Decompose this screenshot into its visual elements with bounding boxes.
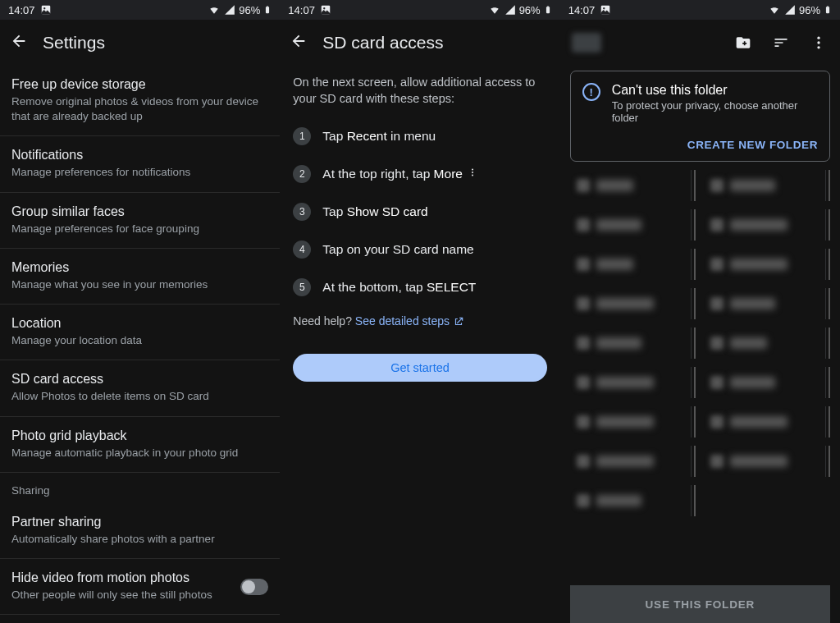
settings-item[interactable]: Group similar faces Manage preferences f…	[0, 193, 280, 249]
status-time: 14:07	[288, 4, 315, 16]
status-time: 14:07	[8, 4, 35, 16]
create-folder-button[interactable]: CREATE NEW FOLDER	[582, 139, 818, 151]
folder-item-blurred[interactable]	[570, 249, 692, 280]
item-title: SD card access	[11, 372, 268, 387]
battery-pct: 96%	[239, 4, 260, 16]
battery-icon	[824, 3, 832, 16]
settings-toggle-item[interactable]: Hide video from motion photos Other peop…	[0, 559, 280, 615]
item-title: Partner sharing	[11, 515, 268, 529]
settings-item[interactable]: Partner sharing Automatically share phot…	[0, 503, 280, 559]
folder-item-blurred[interactable]	[704, 170, 826, 201]
battery-icon	[263, 3, 272, 16]
file-picker-screen: 14:07 96% ! Can't use this folder To pro…	[560, 0, 840, 623]
settings-screen: 14:07 96% Settings Free up device storag…	[0, 0, 280, 623]
photo-icon	[600, 4, 611, 16]
settings-item[interactable]: Skipped suggestions	[0, 615, 280, 623]
folder-item-blurred[interactable]	[570, 328, 692, 359]
folder-item-blurred[interactable]	[704, 328, 826, 359]
svg-rect-2	[266, 7, 269, 13]
folder-item-blurred[interactable]	[570, 288, 692, 319]
folder-item-blurred[interactable]	[704, 288, 826, 319]
sort-icon[interactable]	[766, 28, 796, 57]
folder-item-blurred[interactable]	[704, 367, 826, 398]
card-title: Can't use this folder	[612, 83, 818, 98]
svg-point-1	[43, 7, 45, 9]
step-item: 3 Tap Show SD card	[293, 193, 546, 231]
svg-rect-13	[826, 7, 829, 13]
item-title: Free up device storage	[11, 77, 268, 92]
back-icon[interactable]	[10, 32, 28, 53]
item-title: Hide video from motion photos	[11, 570, 212, 585]
step-item: 5 At the bottom, tap SELECT	[293, 268, 546, 306]
item-sub: Manage automatic playback in your photo …	[11, 446, 268, 460]
signal-icon	[504, 4, 516, 16]
item-sub: Manage preferences for notifications	[11, 165, 268, 180]
step-number: 4	[293, 240, 311, 259]
item-sub: Manage preferences for face grouping	[11, 222, 268, 236]
step-item: 2 At the top right, tap More	[293, 155, 546, 193]
folder-item-blurred[interactable]	[570, 485, 692, 516]
photo-icon	[40, 4, 52, 16]
status-time: 14:07	[568, 4, 596, 16]
breadcrumb-blurred[interactable]	[572, 33, 601, 53]
help-link[interactable]: See detailed steps	[355, 314, 450, 328]
folder-item-blurred[interactable]	[570, 367, 692, 398]
wifi-icon	[208, 4, 221, 16]
folder-item-blurred[interactable]	[570, 209, 692, 240]
item-title: Photo grid playback	[11, 428, 268, 443]
back-icon[interactable]	[290, 32, 308, 53]
settings-item[interactable]: Photo grid playback Manage automatic pla…	[0, 417, 280, 473]
use-folder-button[interactable]: USE THIS FOLDER	[570, 585, 830, 623]
settings-item[interactable]: Location Manage your location data	[0, 305, 280, 360]
step-text: Tap Recent in menu	[322, 129, 436, 144]
new-folder-icon[interactable]	[728, 28, 758, 57]
external-link-icon	[453, 316, 464, 328]
more-vert-icon[interactable]	[804, 28, 833, 57]
settings-item[interactable]: SD card access Allow Photos to delete it…	[0, 360, 280, 416]
info-icon: !	[582, 83, 600, 101]
get-started-button[interactable]: Get started	[293, 354, 546, 382]
folder-grid-blurred	[560, 170, 840, 516]
page-title: Settings	[43, 33, 105, 53]
folder-item-blurred[interactable]	[704, 406, 826, 437]
svg-point-15	[817, 37, 819, 39]
signal-icon	[784, 4, 796, 16]
battery-icon	[544, 3, 552, 16]
svg-rect-14	[827, 6, 829, 7]
item-sub: Automatically share photos with a partne…	[11, 532, 268, 547]
item-sub: Other people will only see the still pho…	[11, 588, 212, 602]
app-bar: Settings	[0, 20, 280, 66]
svg-rect-7	[547, 6, 549, 7]
folder-item-blurred[interactable]	[570, 446, 692, 477]
settings-item[interactable]: Notifications Manage preferences for not…	[0, 136, 280, 192]
folder-item-blurred[interactable]	[704, 249, 826, 280]
help-text: Need help? See detailed steps	[280, 306, 559, 336]
settings-item[interactable]: Memories Manage what you see in your mem…	[0, 249, 280, 305]
sdcard-screen: 14:07 96% SD card access On the next scr…	[280, 0, 559, 623]
folder-item-blurred[interactable]	[704, 209, 826, 240]
svg-point-8	[472, 168, 473, 170]
folder-item-blurred[interactable]	[704, 446, 826, 477]
toggle-switch[interactable]	[240, 579, 268, 595]
step-number: 2	[293, 165, 311, 183]
folder-item-blurred[interactable]	[570, 406, 692, 437]
step-number: 3	[293, 203, 311, 221]
item-sub: Remove original photos & videos from you…	[11, 94, 268, 124]
settings-list[interactable]: Free up device storage Remove original p…	[0, 66, 280, 623]
signal-icon	[224, 4, 235, 16]
intro-text: On the next screen, allow additional acc…	[280, 66, 559, 117]
svg-point-9	[472, 172, 473, 173]
section-header: Sharing	[0, 473, 280, 503]
battery-pct: 96%	[799, 4, 820, 16]
item-sub: Allow Photos to delete items on SD card	[11, 389, 268, 404]
more-vert-icon	[468, 167, 477, 178]
app-bar: SD card access	[280, 20, 559, 66]
item-title: Group similar faces	[11, 204, 268, 219]
step-number: 1	[293, 127, 311, 145]
step-item: 4 Tap on your SD card name	[293, 231, 546, 268]
folder-item-blurred[interactable]	[570, 170, 692, 201]
settings-item[interactable]: Free up device storage Remove original p…	[0, 66, 280, 136]
step-text: At the top right, tap More	[322, 167, 477, 181]
status-bar: 14:07 96%	[0, 0, 280, 20]
step-number: 5	[293, 278, 311, 296]
